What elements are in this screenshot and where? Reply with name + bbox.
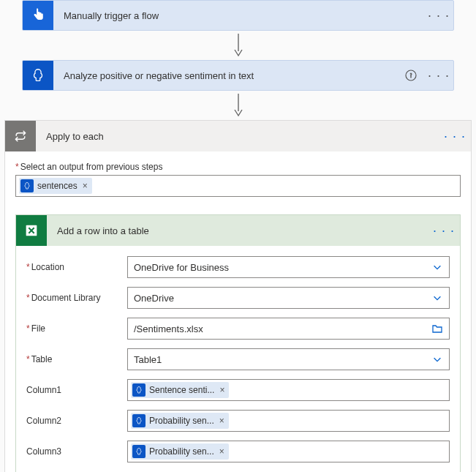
column3-label: Column3	[26, 446, 118, 457]
file-input[interactable]: /Sentiments.xlsx	[127, 318, 450, 340]
foreach-output-input[interactable]: sentences ×	[15, 175, 461, 197]
connector-arrow	[4, 91, 472, 120]
foreach-menu-button[interactable]: · · ·	[439, 129, 471, 144]
brain-icon	[23, 60, 53, 91]
column2-label: Column2	[26, 416, 118, 426]
step-manually-trigger[interactable]: Manually trigger a flow · · ·	[22, 0, 454, 31]
token-remove[interactable]: ×	[81, 181, 88, 191]
excel-add-row-card: Add a row into a table · · · *Location O…	[15, 214, 461, 472]
foreach-title: Apply to each	[36, 131, 439, 142]
loop-icon	[5, 121, 36, 151]
step-title: Manually trigger a flow	[53, 10, 424, 21]
location-select[interactable]: OneDrive for Business	[127, 256, 450, 278]
column1-input[interactable]: Sentence senti... ×	[127, 379, 450, 401]
brain-icon	[20, 179, 34, 192]
step-title: Analyze positive or negative sentiment i…	[53, 70, 398, 81]
chevron-down-icon	[427, 293, 447, 303]
dynamic-token[interactable]: sentences ×	[19, 178, 92, 194]
dynamic-token[interactable]: Sentence senti... ×	[131, 382, 229, 398]
apply-to-each-container: Apply to each · · · *Select an output fr…	[4, 120, 472, 472]
token-label: Sentence senti...	[149, 385, 214, 395]
brain-icon	[132, 383, 146, 397]
excel-title: Add a row into a table	[47, 225, 428, 236]
dynamic-token[interactable]: Probability sen... ×	[131, 413, 229, 429]
token-remove[interactable]: ×	[218, 385, 224, 395]
file-label: *File	[26, 323, 118, 334]
token-label: Probability sen...	[149, 416, 214, 426]
chevron-down-icon	[427, 354, 447, 364]
location-label: *Location	[26, 262, 118, 272]
token-label: Probability sen...	[149, 446, 214, 457]
dynamic-token[interactable]: Probability sen... ×	[131, 443, 229, 460]
brain-icon	[132, 445, 146, 458]
info-icon[interactable]	[398, 70, 424, 81]
folder-picker-icon[interactable]	[427, 323, 447, 334]
table-select[interactable]: Table1	[127, 348, 450, 370]
token-label: sentences	[37, 181, 78, 191]
apply-to-each-header[interactable]: Apply to each · · ·	[5, 121, 471, 151]
excel-header[interactable]: Add a row into a table · · ·	[16, 215, 460, 246]
token-remove[interactable]: ×	[218, 446, 224, 457]
step-menu-button[interactable]: · · ·	[424, 8, 453, 23]
token-remove[interactable]: ×	[218, 416, 224, 426]
column3-input[interactable]: Probability sen... ×	[127, 441, 450, 462]
column2-input[interactable]: Probability sen... ×	[127, 410, 450, 432]
excel-menu-button[interactable]: · · ·	[428, 223, 460, 239]
brain-icon	[132, 414, 146, 427]
column1-label: Column1	[26, 385, 118, 395]
foreach-input-label: *Select an output from previous steps	[15, 162, 461, 172]
doclib-label: *Document Library	[26, 293, 118, 303]
excel-icon	[16, 215, 47, 246]
doclib-select[interactable]: OneDrive	[127, 287, 450, 309]
step-menu-button[interactable]: · · ·	[424, 68, 453, 83]
tap-icon	[23, 0, 53, 31]
chevron-down-icon	[427, 262, 447, 272]
step-analyze-sentiment[interactable]: Analyze positive or negative sentiment i…	[22, 60, 454, 91]
table-label: *Table	[26, 354, 118, 364]
connector-arrow	[4, 31, 472, 60]
